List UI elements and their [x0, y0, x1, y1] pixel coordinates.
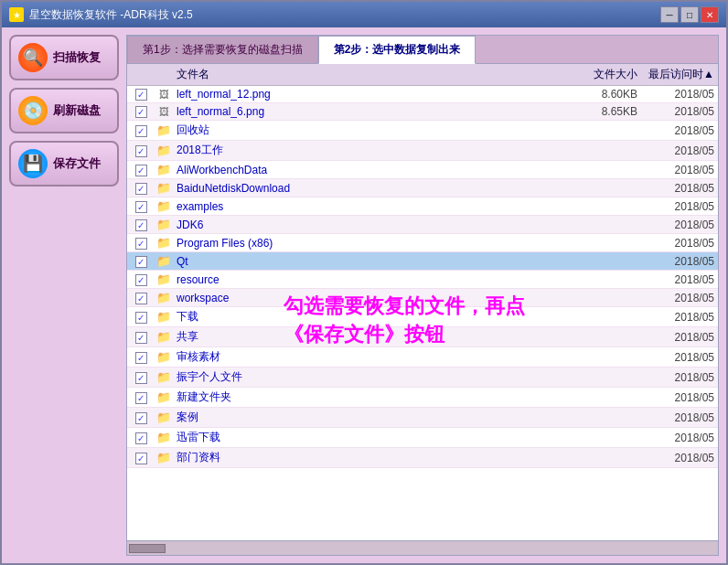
checkbox-icon[interactable]: ✓ [135, 352, 147, 364]
row-checkbox[interactable]: ✓ [127, 351, 155, 364]
row-checkbox[interactable]: ✓ [127, 105, 155, 118]
row-checkbox[interactable]: ✓ [127, 237, 155, 250]
table-row[interactable]: ✓ 📁 迅雷下载 2018/05 [127, 428, 718, 448]
table-row[interactable]: ✓ 📁 2018工作 2018/05 [127, 141, 718, 161]
checkbox-icon[interactable]: ✓ [135, 183, 147, 195]
maximize-button[interactable]: □ [680, 6, 699, 23]
close-button[interactable]: ✕ [701, 6, 719, 23]
row-file-icon: 📁 [155, 144, 173, 157]
checkbox-icon[interactable]: ✓ [135, 165, 147, 176]
row-filedate: 2018/05 [645, 273, 718, 286]
table-row[interactable]: ✓ 📁 BaiduNetdiskDownload 2018/05 [127, 179, 718, 197]
row-filesize: 8.65KB [562, 105, 645, 118]
table-row[interactable]: ✓ 📁 Qt 2018/05 [127, 252, 718, 271]
checkbox-icon[interactable]: ✓ [135, 372, 147, 384]
row-checkbox[interactable]: ✓ [127, 391, 155, 404]
row-filedate: 2018/05 [645, 292, 718, 304]
row-filename: 新建文件夹 [173, 389, 562, 405]
scan-recover-label: 扫描恢复 [53, 49, 101, 66]
row-checkbox[interactable]: ✓ [127, 432, 155, 444]
minimize-button[interactable]: ─ [660, 6, 679, 23]
tab-step1[interactable]: 第1步：选择需要恢复的磁盘扫描 [127, 36, 318, 63]
save-file-button[interactable]: 💾 保存文件 [9, 141, 119, 187]
table-row[interactable]: ✓ 📁 workspace 2018/05 [127, 289, 718, 307]
checkbox-icon[interactable]: ✓ [135, 312, 147, 324]
row-checkbox[interactable]: ✓ [127, 311, 155, 324]
row-checkbox[interactable]: ✓ [127, 255, 155, 268]
table-row[interactable]: ✓ 📁 振宇个人文件 2018/05 [127, 368, 718, 388]
scan-recover-button[interactable]: 🔍 扫描恢复 [9, 35, 119, 80]
table-row[interactable]: ✓ 📁 resource 2018/05 [127, 271, 718, 289]
row-checkbox[interactable]: ✓ [127, 200, 155, 213]
row-filename: 2018工作 [173, 143, 562, 158]
row-checkbox[interactable]: ✓ [127, 331, 155, 344]
row-filedate: 2018/05 [645, 105, 718, 118]
table-row[interactable]: ✓ 📁 Program Files (x86) 2018/05 [127, 234, 718, 252]
row-filename: resource [173, 273, 562, 286]
checkbox-icon[interactable]: ✓ [135, 293, 147, 304]
refresh-disk-button[interactable]: 💿 刷新磁盘 [9, 88, 119, 133]
row-filename: Program Files (x86) [173, 237, 562, 250]
row-filedate: 2018/05 [645, 351, 718, 364]
row-file-icon: 📁 [155, 218, 173, 231]
row-filesize: 8.60KB [562, 88, 645, 101]
checkbox-icon[interactable]: ✓ [135, 274, 147, 286]
checkbox-icon[interactable]: ✓ [135, 219, 147, 231]
checkbox-icon[interactable]: ✓ [135, 432, 147, 444]
scrollbar-thumb-horizontal[interactable] [129, 544, 166, 553]
table-row[interactable]: ✓ 📁 下载 2018/05 [127, 307, 718, 327]
checkbox-icon[interactable]: ✓ [135, 106, 147, 118]
checkbox-icon[interactable]: ✓ [135, 238, 147, 250]
checkbox-icon[interactable]: ✓ [135, 412, 147, 424]
row-checkbox[interactable]: ✓ [127, 219, 155, 231]
checkbox-icon[interactable]: ✓ [135, 201, 147, 213]
row-checkbox[interactable]: ✓ [127, 273, 155, 286]
table-row[interactable]: ✓ 📁 AliWorkbenchData 2018/05 [127, 161, 718, 179]
checkbox-icon[interactable]: ✓ [135, 145, 147, 157]
row-checkbox[interactable]: ✓ [127, 124, 155, 137]
table-row[interactable]: ✓ 🖼 left_normal_6.png 8.65KB 2018/05 [127, 103, 718, 121]
table-row[interactable]: ✓ 📁 共享 2018/05 [127, 327, 718, 347]
checkbox-icon[interactable]: ✓ [135, 256, 147, 268]
checkbox-icon[interactable]: ✓ [135, 453, 147, 464]
file-table: 文件名 文件大小 最后访问时▲ ✓ 🖼 left_normal_12.png 8… [127, 64, 718, 555]
row-file-icon: 📁 [155, 123, 173, 137]
horizontal-scrollbar[interactable] [127, 540, 718, 555]
checkbox-icon[interactable]: ✓ [135, 125, 147, 137]
row-checkbox[interactable]: ✓ [127, 411, 155, 424]
row-checkbox[interactable]: ✓ [127, 144, 155, 157]
row-filedate: 2018/05 [645, 200, 718, 213]
row-checkbox[interactable]: ✓ [127, 292, 155, 304]
row-filedate: 2018/05 [645, 331, 718, 344]
row-checkbox[interactable]: ✓ [127, 452, 155, 464]
row-file-icon: 🖼 [155, 106, 173, 117]
row-checkbox[interactable]: ✓ [127, 182, 155, 195]
row-filename: 案例 [173, 410, 562, 425]
checkbox-icon[interactable]: ✓ [135, 89, 147, 101]
row-file-icon: 📁 [155, 310, 173, 324]
row-filedate: 2018/05 [645, 88, 718, 101]
row-filedate: 2018/05 [645, 144, 718, 157]
tab-step2[interactable]: 第2步：选中数据复制出来 [318, 36, 476, 64]
row-filedate: 2018/05 [645, 237, 718, 250]
table-row[interactable]: ✓ 📁 回收站 2018/05 [127, 121, 718, 141]
row-filedate: 2018/05 [645, 452, 718, 464]
row-checkbox[interactable]: ✓ [127, 88, 155, 101]
table-row[interactable]: ✓ 📁 部门资料 2018/05 [127, 448, 718, 468]
table-row[interactable]: ✓ 🖼 left_normal_12.png 8.60KB 2018/05 [127, 86, 718, 103]
row-checkbox[interactable]: ✓ [127, 164, 155, 176]
main-content: 🔍 扫描恢复 💿 刷新磁盘 💾 保存文件 第1步：选择需要恢复的磁盘扫描 第2步… [2, 27, 726, 563]
table-body[interactable]: ✓ 🖼 left_normal_12.png 8.60KB 2018/05 ✓ … [127, 86, 718, 540]
table-row[interactable]: ✓ 📁 JDK6 2018/05 [127, 216, 718, 234]
row-checkbox[interactable]: ✓ [127, 371, 155, 384]
row-filename: 部门资料 [173, 450, 562, 465]
table-row[interactable]: ✓ 📁 新建文件夹 2018/05 [127, 388, 718, 408]
row-filedate: 2018/05 [645, 411, 718, 424]
checkbox-icon[interactable]: ✓ [135, 392, 147, 404]
row-filename: left_normal_12.png [173, 88, 562, 101]
table-row[interactable]: ✓ 📁 examples 2018/05 [127, 197, 718, 216]
table-row[interactable]: ✓ 📁 审核素材 2018/05 [127, 347, 718, 368]
table-row[interactable]: ✓ 📁 案例 2018/05 [127, 408, 718, 428]
checkbox-icon[interactable]: ✓ [135, 332, 147, 344]
save-file-label: 保存文件 [53, 155, 101, 172]
